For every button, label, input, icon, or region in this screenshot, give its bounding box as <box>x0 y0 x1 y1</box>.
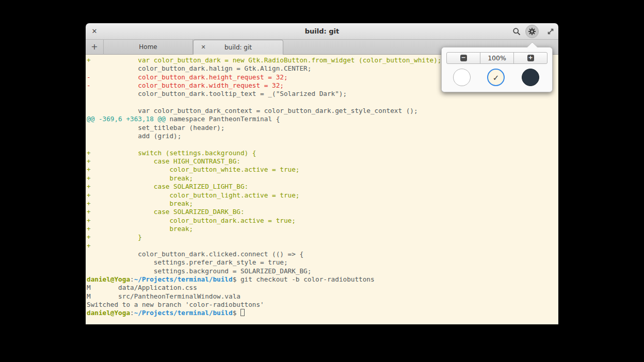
terminal-line: + <box>87 242 558 250</box>
terminal-line: + color_button_light.active = true; <box>87 191 558 200</box>
terminal-line: var color_button_dark_context = color_bu… <box>87 107 558 115</box>
terminal-line: + break; <box>87 200 558 208</box>
zoom-level-button[interactable]: 100% <box>480 53 514 63</box>
terminal-line: + switch (settings.background) { <box>87 149 558 157</box>
tab-build-git[interactable]: ✕ build: git <box>193 40 283 55</box>
settings-button-pressed[interactable] <box>525 25 539 38</box>
terminal-line: color_button_dark.clicked.connect (() =>… <box>87 250 558 258</box>
zoom-control-group: − 100% + <box>446 52 548 64</box>
terminal-line: + break; <box>87 225 558 233</box>
gear-icon <box>528 27 536 36</box>
terminal-line: + } <box>87 233 558 241</box>
tab-home[interactable]: Home <box>104 40 193 55</box>
terminal-line: + case SOLARIZED_LIGHT_BG: <box>87 183 558 191</box>
settings-popover: − 100% + ✓ <box>441 47 553 92</box>
check-icon: ✓ <box>488 70 504 86</box>
terminal-line <box>87 98 558 107</box>
theme-button-high-contrast-light[interactable] <box>453 69 471 86</box>
terminal-cursor <box>240 309 245 316</box>
terminal-line: daniel@Yoga:~/Projects/terminal/build$ <box>87 309 558 317</box>
terminal-line: @@ -369,6 +363,18 @@ namespace PantheonT… <box>87 115 558 123</box>
terminal-line: settings.prefer_dark_style = true; <box>87 258 558 267</box>
zoom-out-icon: − <box>460 55 467 61</box>
terminal-line: Switched to a new branch 'color-radiobut… <box>87 301 558 309</box>
window-title: build: git <box>86 23 558 40</box>
zoom-in-icon: + <box>527 55 534 61</box>
terminal-window: ✕ build: git <box>86 23 558 324</box>
terminal-line: add (grid); <box>87 132 558 140</box>
tab-label: build: git <box>224 44 252 51</box>
terminal-line: M src/PantheonTerminalWindow.vala <box>87 292 558 301</box>
theme-selector-row: ✓ <box>442 69 552 86</box>
terminal-line: + case HIGH_CONTRAST_BG: <box>87 157 558 166</box>
terminal-line: settings.background = SOLARIZED_DARK_BG; <box>87 267 558 275</box>
zoom-out-button[interactable]: − <box>447 53 480 63</box>
terminal-line: + case SOLARIZED_DARK_BG: <box>87 208 558 216</box>
terminal-line: set_titlebar (header); <box>87 124 558 132</box>
terminal-line: daniel@Yoga:~/Projects/terminal/build$ g… <box>87 275 558 284</box>
terminal-line: + break; <box>87 174 558 183</box>
theme-button-solarized-light[interactable]: ✓ <box>487 69 505 86</box>
terminal-line: M data/Application.css <box>87 284 558 292</box>
zoom-in-button[interactable]: + <box>514 53 547 63</box>
search-icon[interactable] <box>512 27 521 36</box>
tab-close-icon[interactable]: ✕ <box>199 40 208 55</box>
terminal-line: + color_button_white.active = true; <box>87 166 558 174</box>
terminal-line <box>87 140 558 149</box>
terminal-line: + color_button_dark.active = true; <box>87 217 558 225</box>
fullscreen-icon[interactable] <box>546 27 555 36</box>
new-tab-button[interactable]: + <box>86 40 104 55</box>
theme-button-solarized-dark[interactable] <box>522 69 539 86</box>
terminal-output[interactable]: + var color_button_dark = new Gtk.RadioB… <box>86 55 558 324</box>
titlebar: ✕ build: git <box>86 23 558 40</box>
